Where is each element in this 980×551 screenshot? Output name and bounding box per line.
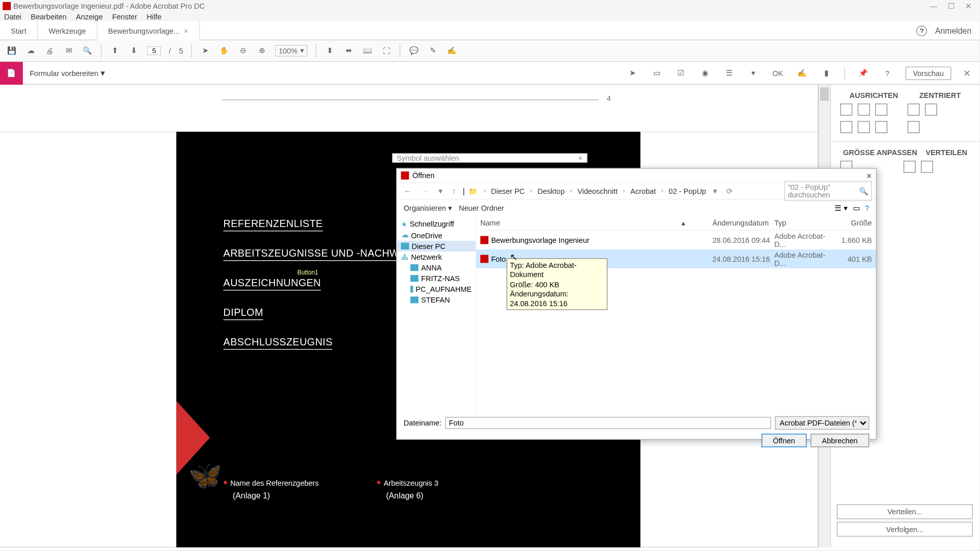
menu-help[interactable]: Hilfe bbox=[146, 13, 161, 21]
open-button[interactable]: Öffnen bbox=[762, 434, 806, 447]
column-date[interactable]: Änderungsdatum bbox=[713, 218, 774, 227]
column-size[interactable]: Größe bbox=[835, 218, 872, 227]
breadcrumb[interactable]: Dieser PC bbox=[491, 187, 525, 195]
tree-network-item[interactable]: ANNA bbox=[397, 262, 476, 273]
column-type[interactable]: Typ bbox=[774, 218, 835, 227]
tree-network-item[interactable]: STEFAN bbox=[397, 294, 476, 305]
email-icon[interactable]: ✉ bbox=[63, 45, 74, 56]
close-symbol-dialog-icon[interactable]: × bbox=[578, 154, 582, 162]
print-icon[interactable]: 🖨 bbox=[44, 45, 55, 56]
view-mode-icon[interactable]: ☰ ▾ bbox=[835, 204, 847, 212]
distribute-button[interactable]: Verteilen... bbox=[837, 504, 973, 519]
center-both-icon[interactable] bbox=[908, 121, 920, 133]
nav-forward-icon[interactable]: → bbox=[419, 186, 432, 195]
crumb-dropdown-icon[interactable]: ▾ bbox=[710, 186, 719, 195]
cancel-button[interactable]: Abbrechen bbox=[811, 434, 869, 447]
list-icon[interactable]: ☰ bbox=[723, 67, 736, 79]
page-up-icon[interactable]: ⬆ bbox=[110, 45, 120, 56]
nav-up-icon[interactable]: ↑ bbox=[449, 186, 458, 195]
distribute-h-icon[interactable] bbox=[903, 161, 916, 173]
nav-back-icon[interactable]: ← bbox=[401, 186, 414, 195]
menu-view[interactable]: Anzeige bbox=[76, 13, 103, 21]
track-button[interactable]: Verfolgen... bbox=[837, 522, 973, 537]
help-dialog-icon[interactable]: ? bbox=[865, 204, 869, 212]
align-bottom-icon[interactable] bbox=[875, 121, 888, 133]
nav-chevron-icon[interactable]: ▾ bbox=[436, 186, 445, 195]
fullscreen-icon[interactable]: ⛶ bbox=[381, 45, 391, 56]
barcode-icon[interactable]: ▮ bbox=[820, 67, 832, 79]
reading-mode-icon[interactable]: 📖 bbox=[362, 45, 373, 56]
preview-button[interactable]: Vorschau bbox=[905, 66, 951, 80]
button-field-icon[interactable]: OK bbox=[772, 67, 784, 79]
sign-icon[interactable]: ✍ bbox=[446, 45, 457, 56]
breadcrumb[interactable]: 02 - PopUp bbox=[669, 187, 706, 195]
tab-tools[interactable]: Werkzeuge bbox=[38, 21, 97, 40]
form-toolbar-title[interactable]: Formular vorbereiten ▾ bbox=[23, 68, 112, 78]
arrow-tool-icon[interactable]: ➤ bbox=[626, 67, 639, 79]
tab-start[interactable]: Start bbox=[0, 21, 38, 40]
breadcrumb[interactable]: Acrobat bbox=[630, 187, 656, 195]
filename-input[interactable] bbox=[446, 417, 771, 429]
help-form-icon[interactable]: ? bbox=[881, 67, 894, 79]
signin-link[interactable]: Anmelden bbox=[935, 26, 971, 35]
select-tool-icon[interactable]: ➤ bbox=[200, 45, 211, 56]
window-title: Bewerbungsvorlage Ingenieur.pdf - Adobe … bbox=[13, 2, 205, 10]
tree-this-pc[interactable]: Dieser PC bbox=[397, 241, 476, 252]
center-v-icon[interactable] bbox=[925, 104, 937, 116]
menu-window[interactable]: Fenster bbox=[112, 13, 137, 21]
cloud-icon[interactable]: ☁ bbox=[26, 45, 36, 56]
align-left-icon[interactable] bbox=[840, 104, 852, 116]
pin-icon[interactable]: 📌 bbox=[857, 67, 869, 79]
align-middle-icon[interactable] bbox=[857, 121, 870, 133]
highlight-icon[interactable]: ✎ bbox=[427, 45, 438, 56]
close-form-tool-icon[interactable]: ✕ bbox=[963, 67, 971, 78]
refresh-icon[interactable]: ⟳ bbox=[726, 187, 732, 195]
signature-field-icon[interactable]: ✍ bbox=[796, 67, 808, 79]
page-down-icon[interactable]: ⬇ bbox=[129, 45, 139, 56]
column-name[interactable]: Name bbox=[480, 218, 681, 227]
zoom-select[interactable]: 100%▾ bbox=[275, 45, 307, 56]
zoom-out-icon[interactable]: ⊖ bbox=[238, 45, 249, 56]
menu-edit[interactable]: Bearbeiten bbox=[31, 13, 66, 21]
close-window-button[interactable]: ✕ bbox=[965, 2, 971, 10]
breadcrumb[interactable]: Desktop bbox=[537, 187, 565, 195]
tree-network-item[interactable]: FRITZ-NAS bbox=[397, 273, 476, 284]
text-field-icon[interactable]: ▭ bbox=[651, 67, 663, 79]
scrollbar-thumb[interactable] bbox=[820, 87, 829, 101]
close-dialog-icon[interactable]: × bbox=[866, 170, 872, 181]
search-input[interactable]: "02 - PopUp" durchsuchen🔍 bbox=[785, 181, 872, 202]
fit-width-icon[interactable]: ⬍ bbox=[325, 45, 335, 56]
breadcrumb[interactable]: Videoschnitt bbox=[577, 187, 618, 195]
fit-page-icon[interactable]: ⬌ bbox=[344, 45, 354, 56]
search-icon[interactable]: 🔍 bbox=[82, 45, 93, 56]
zoom-in-icon[interactable]: ⊕ bbox=[256, 45, 267, 56]
hand-tool-icon[interactable]: ✋ bbox=[219, 45, 230, 56]
comment-icon[interactable]: 💬 bbox=[408, 45, 419, 56]
tree-onedrive[interactable]: ☁OneDrive bbox=[397, 229, 476, 240]
checkbox-icon[interactable]: ☑ bbox=[675, 67, 687, 79]
help-icon[interactable]: ? bbox=[916, 25, 927, 36]
new-folder-button[interactable]: Neuer Ordner bbox=[459, 204, 504, 212]
tree-quick-access[interactable]: ★Schnellzugriff bbox=[397, 218, 476, 229]
organize-menu[interactable]: Organisieren ▾ bbox=[404, 204, 452, 212]
maximize-button[interactable]: ☐ bbox=[948, 2, 954, 10]
align-center-icon[interactable] bbox=[857, 104, 870, 116]
sort-icon[interactable]: ▴ bbox=[681, 218, 685, 227]
align-right-icon[interactable] bbox=[875, 104, 888, 116]
preview-pane-icon[interactable]: ▭ bbox=[853, 204, 860, 212]
distribute-v-icon[interactable] bbox=[921, 161, 933, 173]
save-icon[interactable]: 💾 bbox=[7, 45, 17, 56]
center-h-icon[interactable] bbox=[908, 104, 920, 116]
tree-network[interactable]: 🖧Netzwerk bbox=[397, 252, 476, 262]
file-type-select[interactable]: Acrobat PDF-Dateien (*.pdf) bbox=[775, 416, 869, 430]
tab-document[interactable]: Bewerbungsvorlage...× bbox=[97, 22, 200, 40]
tree-network-item[interactable]: PC_AUFNAHME bbox=[397, 284, 476, 294]
page-current-input[interactable] bbox=[148, 46, 161, 55]
align-top-icon[interactable] bbox=[840, 121, 852, 133]
minimize-button[interactable]: — bbox=[929, 2, 937, 10]
dropdown-icon[interactable]: ▾ bbox=[747, 67, 760, 79]
menu-file[interactable]: Datei bbox=[4, 13, 21, 21]
radio-icon[interactable]: ◉ bbox=[699, 67, 712, 79]
close-tab-icon[interactable]: × bbox=[184, 27, 188, 35]
file-row[interactable]: Bewerbungsvorlage Ingenieur 28.06.2016 0… bbox=[476, 231, 876, 249]
